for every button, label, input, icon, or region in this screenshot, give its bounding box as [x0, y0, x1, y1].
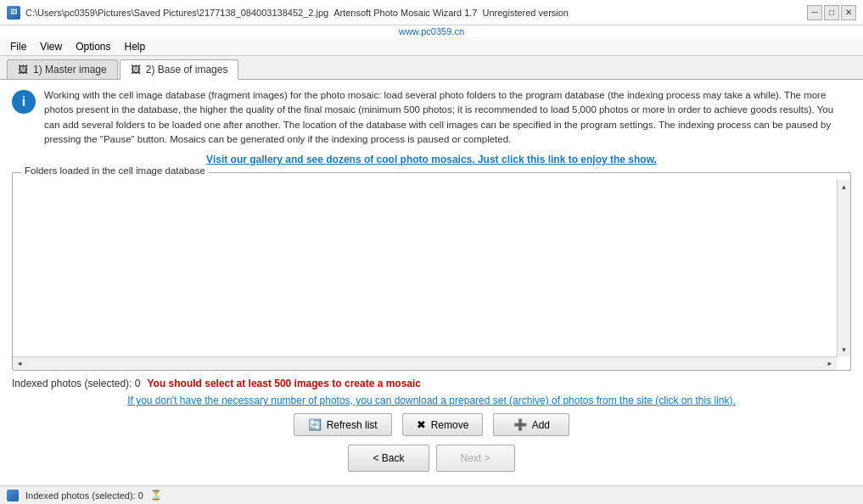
gallery-link[interactable]: Visit our gallery and see dozens of cool…	[206, 154, 657, 165]
nav-buttons: < Back Next >	[12, 445, 851, 472]
action-buttons: 🔄 Refresh list ✖ Remove ➕ Add	[12, 413, 851, 436]
next-button[interactable]: Next >	[436, 445, 515, 472]
refresh-list-button[interactable]: 🔄 Refresh list	[294, 413, 392, 436]
group-box-title: Folders loaded in the cell image databas…	[21, 165, 209, 176]
gallery-link-container: Visit our gallery and see dozens of cool…	[12, 154, 851, 165]
info-box: i Working with the cell image database (…	[12, 88, 851, 147]
menu-help[interactable]: Help	[118, 39, 153, 54]
statusbar-icon	[7, 490, 19, 501]
add-icon: ➕	[513, 418, 527, 431]
folders-group-box: Folders loaded in the cell image databas…	[12, 172, 851, 371]
scroll-right-btn[interactable]: ►	[825, 359, 835, 369]
minimize-button[interactable]: ─	[807, 5, 822, 20]
title-version: Unregistered version	[483, 8, 569, 18]
menu-options[interactable]: Options	[69, 39, 117, 54]
download-link[interactable]: If you don't have the necessary number o…	[127, 395, 736, 406]
close-button[interactable]: ✕	[841, 5, 856, 20]
status-row: Indexed photos (selected): 0 You should …	[12, 378, 851, 389]
window-controls: ─ □ ✕	[807, 5, 856, 20]
tab2-icon: 🖼	[131, 64, 143, 76]
horizontal-scrollbar[interactable]: ◄ ►	[13, 356, 837, 370]
info-text: Working with the cell image database (fr…	[44, 88, 851, 147]
back-button[interactable]: < Back	[348, 445, 429, 472]
download-link-container: If you don't have the necessary number o…	[12, 395, 851, 406]
tab-base-of-images[interactable]: 🖼 2) Base of images	[120, 59, 239, 80]
remove-button[interactable]: ✖ Remove	[402, 413, 484, 436]
remove-icon: ✖	[417, 418, 426, 431]
statusbar-text: Indexed photos (selected): 0	[25, 490, 143, 501]
tab-master-image[interactable]: 🖼 1) Master image	[7, 59, 118, 79]
watermark: www.pc0359.cn	[0, 25, 863, 37]
menu-bar: File View Options Help	[0, 37, 863, 56]
maximize-button[interactable]: □	[824, 5, 839, 20]
menu-file[interactable]: File	[3, 39, 33, 54]
add-button[interactable]: ➕ Add	[493, 413, 569, 436]
tab1-icon: 🖼	[18, 64, 30, 76]
title-appname: Artensoft Photo Mosaic Wizard 1.7	[333, 8, 477, 18]
title-path: C:\Users\pc0359\Pictures\Saved Pictures\…	[25, 8, 328, 18]
app-icon: 🖼	[7, 6, 20, 20]
indexed-count-label: Indexed photos (selected): 0	[12, 378, 140, 389]
refresh-icon: 🔄	[308, 418, 322, 431]
folders-scroll-area[interactable]	[16, 183, 847, 367]
vertical-scrollbar[interactable]: ▲ ▼	[837, 180, 850, 356]
main-content: i Working with the cell image database (…	[0, 80, 863, 485]
warning-text: You should select at least 500 images to…	[147, 378, 421, 389]
status-bar: Indexed photos (selected): 0 ⏳	[0, 485, 863, 504]
scroll-left-btn[interactable]: ◄	[14, 359, 25, 369]
menu-view[interactable]: View	[33, 39, 69, 54]
statusbar-spinner: ⏳	[150, 490, 162, 501]
scroll-up-btn[interactable]: ▲	[839, 182, 849, 192]
info-icon: i	[12, 90, 36, 114]
tab-bar: 🖼 1) Master image 🖼 2) Base of images	[0, 56, 863, 80]
scroll-down-btn[interactable]: ▼	[839, 344, 849, 355]
title-bar: 🖼 C:\Users\pc0359\Pictures\Saved Picture…	[0, 0, 863, 25]
folders-content: ▲ ▼ ◄ ►	[13, 180, 850, 370]
